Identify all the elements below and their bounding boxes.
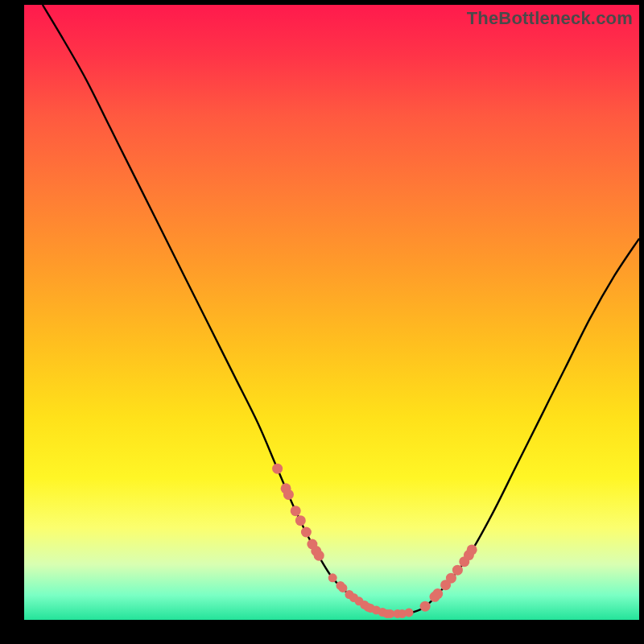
data-dot [405,608,414,617]
data-dot [467,544,477,555]
data-dot [432,588,443,599]
data-dot [301,527,312,538]
plot-area: TheBottleneck.com [24,5,639,620]
chart-overlay [24,5,639,620]
curve-path [43,5,639,614]
data-dot [328,573,337,582]
data-dot [314,551,324,561]
chart-frame: TheBottleneck.com [0,0,644,644]
data-dot [452,565,463,576]
data-dot [283,489,294,500]
data-dot [338,584,347,592]
data-dot [272,464,283,474]
data-dot [291,506,301,516]
data-dot [420,601,431,612]
dot-layer [272,464,477,618]
data-dot [295,515,306,526]
